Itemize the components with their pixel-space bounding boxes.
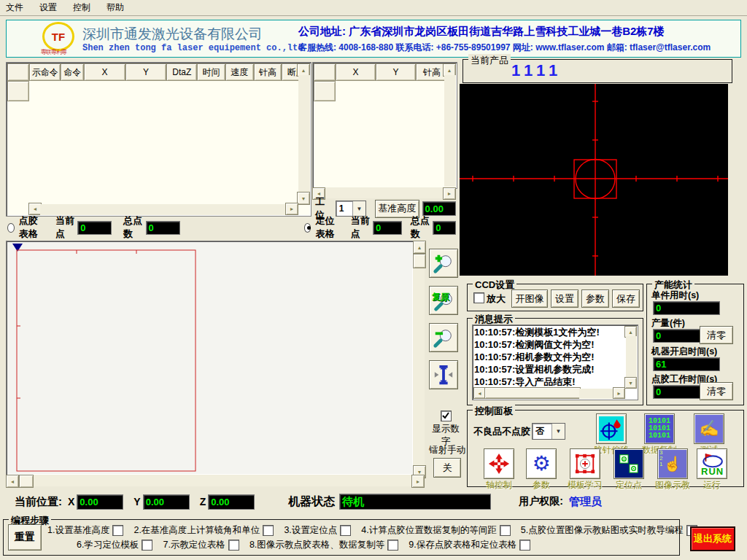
zoom-out-icon	[433, 327, 454, 349]
z-label: Z	[200, 496, 206, 508]
canvas-hscroll-thumb[interactable]	[19, 475, 34, 488]
menu-file[interactable]: 文件	[6, 1, 23, 14]
laser-manual-label: 镭射手动	[429, 444, 465, 456]
position-scroll-right[interactable]: ▸	[443, 187, 456, 200]
position-table-radio[interactable]	[304, 223, 311, 233]
step-6-checkbox[interactable]	[142, 540, 152, 551]
canvas-vscroll-thumb[interactable]	[413, 254, 426, 268]
step-7-checkbox[interactable]	[228, 540, 239, 551]
dispense-col-7: 针高	[254, 63, 282, 81]
step-4-checkbox[interactable]	[500, 525, 511, 536]
dispense-table-radio-label: 点胶表格	[19, 214, 45, 241]
view-restore-button[interactable]: 复原	[429, 286, 458, 315]
ccd-save-button[interactable]: 保存	[612, 289, 640, 308]
output-clear-button[interactable]: 清零	[700, 326, 733, 344]
zoom-out-button[interactable]	[429, 323, 458, 352]
test-button[interactable]: ✍	[694, 413, 724, 444]
needle-offset-icon	[599, 416, 624, 441]
logo-ellipse: TF	[42, 22, 74, 51]
message-scroll-down[interactable]: ▾	[624, 377, 637, 389]
dispense-rowheader-cell	[7, 81, 29, 101]
locate-point-label: 定位点	[606, 479, 651, 491]
canvas-hscrollbar[interactable]	[34, 475, 411, 486]
exit-system-button[interactable]: 退出系统	[690, 526, 735, 551]
image-teach-button[interactable]: ☝ 321	[657, 448, 688, 479]
position-table: X Y 针高 ▴	[312, 62, 457, 189]
position-col-1: Y	[376, 63, 416, 81]
check-icon	[441, 411, 450, 420]
drawing-canvas[interactable]	[6, 241, 414, 475]
control-panel-group: 控制面板 不良品不点胶 否 ▼ 胶针偏移 10101 10101 10101 数…	[467, 410, 744, 487]
position-vscrollbar[interactable]	[444, 75, 456, 187]
chevron-down-icon[interactable]: ▼	[352, 201, 365, 216]
dispense-table-radio[interactable]	[7, 223, 15, 233]
message-list[interactable]: 10:10:57:检测模板1文件为空! 10:10:57:检测阀值文件为空! 1…	[472, 324, 638, 400]
message-scroll-right[interactable]: ▸	[613, 387, 625, 399]
dispense-col-1: 命令	[61, 63, 84, 81]
laser-switch-button[interactable]: 关	[433, 458, 461, 478]
unit-time-value: 0	[653, 301, 720, 315]
message-hscroll-thumb[interactable]	[484, 387, 581, 399]
position-total-label: 总点数	[411, 214, 430, 241]
current-product-value: 1111	[511, 61, 562, 80]
needle-offset-button[interactable]	[596, 413, 627, 444]
step-2-checkbox[interactable]	[263, 525, 274, 536]
dispense-hscrollbar[interactable]	[40, 204, 285, 215]
chevron-down-icon[interactable]: ▼	[551, 424, 565, 439]
axis-control-label: 轴控制	[476, 479, 522, 491]
data-copy-icon: 10101 10101 10101	[649, 418, 670, 440]
message-hscrollbar[interactable]	[579, 389, 614, 399]
step-3-checkbox[interactable]	[340, 525, 351, 536]
user-permission-label: 用户权限:	[519, 495, 563, 508]
dispense-scroll-down[interactable]: ▾	[297, 192, 310, 205]
logo-text: TF	[52, 31, 65, 43]
canvas-vscrollbar[interactable]	[413, 268, 425, 465]
dispense-col-5: 时间	[197, 63, 225, 81]
message-item: 10:10:57:导入产品结束!	[474, 376, 614, 388]
step-8-label: 8.图像示教点胶表格、数据复制等	[249, 540, 384, 550]
reject-combobox[interactable]: 否 ▼	[532, 423, 565, 440]
logo-seal: 専联専利専	[41, 48, 66, 56]
current-position-label: 当前位置:	[15, 495, 62, 509]
data-copy-button[interactable]: 10101 10101 10101	[644, 413, 675, 444]
menu-bar: 文件 设置 控制 帮助	[0, 0, 747, 16]
position-hscrollbar[interactable]	[325, 187, 443, 198]
template-learn-button[interactable]	[570, 448, 600, 479]
zoom-in-button[interactable]	[429, 249, 458, 278]
axis-control-button[interactable]	[484, 448, 514, 479]
params-button[interactable]: ⚙	[526, 448, 557, 479]
message-vscrollbar[interactable]	[626, 336, 637, 377]
x-label: X	[68, 496, 74, 508]
menu-help[interactable]: 帮助	[107, 1, 124, 14]
step-8-checkbox[interactable]	[387, 540, 398, 551]
run-label: 运行	[689, 479, 735, 491]
view-restore-icon-text: 复原	[432, 291, 449, 303]
show-numbers-checkbox[interactable]	[441, 411, 452, 421]
step-1-checkbox[interactable]	[112, 525, 123, 536]
dispense-col-4: DtaZ	[166, 63, 197, 81]
locate-point-button[interactable]	[614, 448, 644, 479]
reset-button[interactable]: 重置	[8, 524, 42, 551]
run-button[interactable]: RUN	[697, 448, 727, 479]
machine-on-value: 61	[653, 357, 720, 371]
unit-time-label: 单件用时(s)	[651, 289, 699, 302]
step-9-checkbox[interactable]	[519, 540, 530, 551]
fit-view-button[interactable]	[429, 360, 458, 389]
ccd-zoom-checkbox[interactable]	[473, 292, 484, 303]
ccd-params-button[interactable]: 参数	[581, 289, 609, 308]
worktime-clear-button[interactable]: 清零	[700, 382, 733, 400]
zoom-in-icon	[433, 252, 454, 274]
reject-no-dispense-label: 不良品不点胶	[473, 425, 530, 438]
menu-settings[interactable]: 设置	[39, 1, 57, 14]
user-permission-value: 管理员	[569, 495, 602, 509]
canvas-scroll-left[interactable]: ◂	[6, 475, 19, 488]
menu-control[interactable]: 控制	[73, 1, 90, 14]
y-label: Y	[133, 496, 140, 508]
ccd-setup-button[interactable]: 设置	[551, 289, 578, 308]
dispense-scroll-right[interactable]: ▸	[285, 203, 298, 215]
ccd-open-image-button[interactable]: 开图像	[511, 289, 548, 308]
canvas-scroll-right[interactable]: ▸	[411, 475, 425, 488]
canvas-scroll-up[interactable]: ▴	[413, 241, 426, 254]
dispense-vscrollbar[interactable]	[298, 75, 310, 192]
x-position-value: 0.00	[77, 494, 123, 510]
